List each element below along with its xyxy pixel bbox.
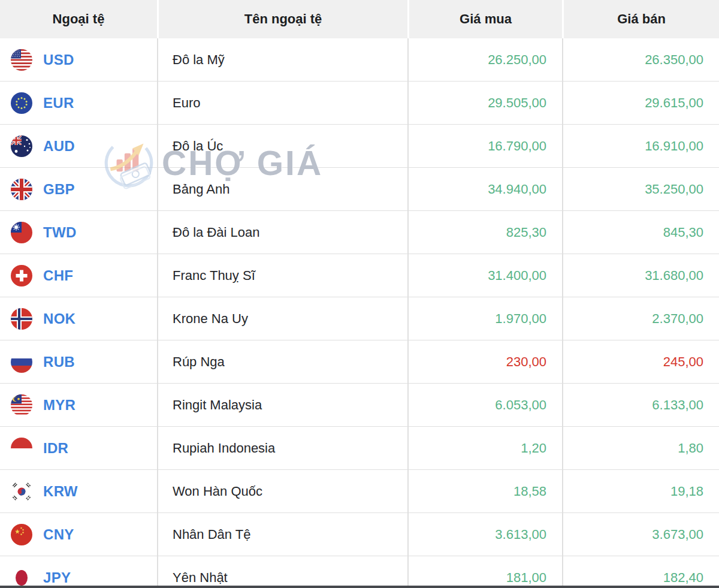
- table-row: CNY Nhân Dân Tệ 3.613,00 3.673,00: [0, 513, 719, 556]
- sell-price-cell: 6.133,00: [563, 384, 719, 426]
- sell-price-cell: 31.680,00: [563, 254, 719, 297]
- currency-cell: JPY: [0, 556, 157, 588]
- table-row: AUD Đô la Úc 16.790,00 16.910,00: [0, 125, 719, 167]
- currency-cell: KRW: [0, 470, 157, 512]
- currency-code-link[interactable]: GBP: [43, 181, 75, 198]
- currency-code-link[interactable]: AUD: [43, 138, 75, 155]
- currency-cell: NOK: [0, 297, 157, 340]
- exchange-rate-table: Ngoại tệ Tên ngoại tệ Giá mua Giá bán US…: [0, 0, 719, 588]
- currency-cell: USD: [0, 38, 157, 81]
- jpy-flag-icon: [11, 567, 32, 588]
- currency-code-link[interactable]: RUB: [43, 354, 75, 370]
- currency-code-link[interactable]: IDR: [43, 440, 68, 457]
- currency-name: Ringit Malaysia: [173, 397, 262, 413]
- sell-price: 245,00: [663, 354, 703, 370]
- currency-code-link[interactable]: EUR: [43, 95, 74, 111]
- buy-price-cell: 1,20: [409, 427, 562, 469]
- krw-flag-icon: [11, 481, 32, 502]
- currency-name-cell: Krone Na Uy: [158, 297, 407, 340]
- sell-price: 845,30: [663, 225, 703, 240]
- buy-price: 6.053,00: [495, 397, 546, 413]
- table-row: MYR Ringit Malaysia 6.053,00 6.133,00: [0, 384, 719, 426]
- table-header-row: Ngoại tệ Tên ngoại tệ Giá mua Giá bán: [0, 0, 719, 38]
- buy-price: 26.250,00: [488, 52, 546, 68]
- currency-cell: IDR: [0, 427, 157, 469]
- currency-name-cell: Rúp Nga: [158, 340, 407, 383]
- buy-price: 1,20: [521, 441, 546, 456]
- buy-price: 16.790,00: [488, 138, 546, 154]
- currency-cell: CNY: [0, 513, 157, 556]
- buy-price: 1.970,00: [495, 311, 546, 327]
- currency-name-cell: Nhân Dân Tệ: [158, 513, 407, 556]
- buy-price: 825,30: [506, 225, 546, 240]
- header-buy-price: Giá mua: [409, 0, 562, 38]
- buy-price: 34.940,00: [488, 182, 546, 197]
- currency-cell: CHF: [0, 254, 157, 297]
- sell-price-cell: 2.370,00: [563, 297, 719, 340]
- sell-price-cell: 16.910,00: [563, 125, 719, 167]
- table-row: JPY Yên Nhật 181,00 182,40: [0, 556, 719, 588]
- currency-name-cell: Franc Thuỵ Sĩ: [158, 254, 407, 297]
- currency-name-cell: Rupiah Indonesia: [158, 427, 407, 469]
- sell-price: 1,80: [678, 441, 703, 456]
- header-currency: Ngoại tệ: [0, 0, 157, 38]
- table-row: KRW Won Hàn Quốc 18,58 19,18: [0, 470, 719, 512]
- currency-name: Yên Nhật: [173, 570, 228, 586]
- currency-name: Đô la Đài Loan: [173, 225, 260, 240]
- table-row: USD Đô la Mỹ 26.250,00 26.350,00: [0, 38, 719, 81]
- buy-price-cell: 1.970,00: [409, 297, 562, 340]
- table-body: USD Đô la Mỹ 26.250,00 26.350,00 EUR Eur…: [0, 38, 719, 588]
- table-row: TWD Đô la Đài Loan 825,30 845,30: [0, 211, 719, 254]
- table-row: NOK Krone Na Uy 1.970,00 2.370,00: [0, 297, 719, 340]
- currency-cell: TWD: [0, 211, 157, 254]
- buy-price-cell: 6.053,00: [409, 384, 562, 426]
- nok-flag-icon: [11, 308, 32, 330]
- currency-code-link[interactable]: CHF: [43, 267, 73, 284]
- sell-price: 31.680,00: [645, 268, 703, 284]
- currency-code-link[interactable]: USD: [43, 52, 74, 68]
- currency-name: Đô la Úc: [173, 138, 223, 154]
- buy-price: 31.400,00: [488, 268, 546, 284]
- currency-name: Krone Na Uy: [173, 311, 248, 327]
- currency-name: Won Hàn Quốc: [173, 484, 262, 499]
- buy-price: 3.613,00: [495, 527, 546, 542]
- currency-name-cell: Ringit Malaysia: [158, 384, 407, 426]
- buy-price-cell: 31.400,00: [409, 254, 562, 297]
- currency-name-cell: Đô la Úc: [158, 125, 407, 167]
- currency-code-link[interactable]: TWD: [43, 224, 77, 241]
- bottom-edge-bar: [0, 586, 719, 588]
- currency-code-link[interactable]: KRW: [43, 483, 78, 500]
- currency-name: Rúp Nga: [173, 354, 225, 370]
- currency-code-link[interactable]: MYR: [43, 397, 75, 414]
- twd-flag-icon: [11, 222, 32, 243]
- buy-price: 181,00: [506, 570, 546, 586]
- buy-price: 18,58: [513, 484, 546, 499]
- sell-price-cell: 29.615,00: [563, 82, 719, 124]
- currency-name-cell: Euro: [158, 82, 407, 124]
- buy-price-cell: 181,00: [409, 556, 562, 588]
- currency-name: Bảng Anh: [173, 182, 229, 197]
- currency-code-link[interactable]: NOK: [43, 310, 75, 327]
- sell-price: 16.910,00: [645, 138, 703, 154]
- sell-price: 19,18: [670, 484, 703, 499]
- currency-name-cell: Yên Nhật: [158, 556, 407, 588]
- chf-flag-icon: [11, 265, 32, 287]
- sell-price-cell: 35.250,00: [563, 168, 719, 210]
- buy-price-cell: 26.250,00: [409, 38, 562, 81]
- idr-flag-icon: [11, 438, 32, 459]
- cny-flag-icon: [11, 524, 32, 545]
- currency-cell: EUR: [0, 82, 157, 124]
- sell-price: 3.673,00: [652, 527, 703, 542]
- sell-price: 6.133,00: [652, 397, 703, 413]
- sell-price-cell: 182,40: [563, 556, 719, 588]
- buy-price-cell: 825,30: [409, 211, 562, 254]
- buy-price: 230,00: [506, 354, 546, 370]
- buy-price: 29.505,00: [488, 95, 546, 111]
- gbp-flag-icon: [11, 179, 32, 200]
- currency-cell: AUD: [0, 125, 157, 167]
- sell-price-cell: 3.673,00: [563, 513, 719, 556]
- currency-code-link[interactable]: JPY: [43, 569, 71, 586]
- currency-code-link[interactable]: CNY: [43, 526, 74, 543]
- currency-name-cell: Đô la Mỹ: [158, 38, 407, 81]
- currency-name: Đô la Mỹ: [173, 52, 225, 68]
